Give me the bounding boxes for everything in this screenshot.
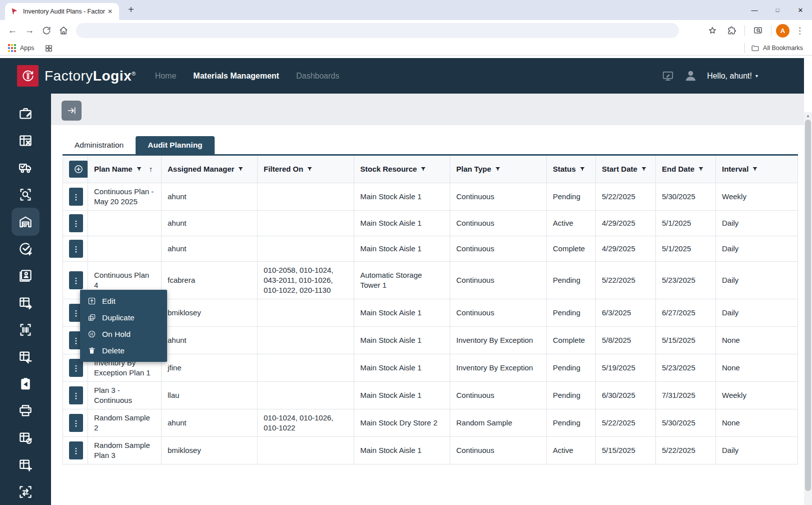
forward-icon[interactable]: → bbox=[21, 25, 38, 36]
sidebar-item-table-remove[interactable] bbox=[12, 127, 40, 154]
all-bookmarks[interactable]: All Bookmarks bbox=[742, 43, 803, 53]
cell-stock-resource: Main Stock Aisle 1 bbox=[354, 382, 450, 409]
column-header-status[interactable]: Status bbox=[547, 155, 596, 183]
column-label: Assigned Manager bbox=[168, 165, 234, 173]
bookmark-grid-icon[interactable] bbox=[45, 44, 53, 53]
sidebar-item-print[interactable] bbox=[12, 397, 40, 424]
cell-plan-name: Random Sample Plan 3 bbox=[88, 437, 162, 464]
bookmarks-bar: Apps All Bookmarks bbox=[0, 41, 812, 56]
nav-dashboards[interactable]: Dashboards bbox=[296, 72, 339, 81]
column-header-assigned-manager[interactable]: Assigned Manager bbox=[162, 155, 258, 183]
column-label: Plan Type bbox=[456, 165, 491, 173]
sidebar-item-clipboard-return[interactable] bbox=[12, 370, 40, 397]
sidebar-item-table-add[interactable] bbox=[12, 451, 40, 478]
row-menu-button[interactable]: ⋮ bbox=[69, 271, 83, 289]
row-menu-button[interactable]: ⋮ bbox=[69, 214, 83, 232]
window-maximize-icon[interactable]: □ bbox=[766, 7, 789, 13]
collapse-panel-button[interactable] bbox=[62, 101, 82, 121]
column-header-plan-name[interactable]: Plan Name↑ bbox=[88, 155, 162, 183]
cell-stock-resource: Main Stock Aisle 1 bbox=[354, 437, 450, 464]
sidebar-item-barcode-scan[interactable] bbox=[12, 316, 40, 343]
sidebar-item-inspect[interactable] bbox=[12, 181, 40, 208]
context-menu-item-on-hold[interactable]: On Hold bbox=[80, 326, 167, 342]
home-icon[interactable] bbox=[55, 26, 72, 36]
table-row: ⋮ahuntMain Stock Aisle 1ContinuousActive… bbox=[63, 211, 798, 236]
window-minimize-icon[interactable]: — bbox=[743, 7, 766, 14]
tab-close-icon[interactable]: ✕ bbox=[105, 7, 115, 16]
sidebar-item-job-edit[interactable] bbox=[12, 100, 40, 127]
row-menu-button[interactable]: ⋮ bbox=[69, 441, 83, 459]
column-header-end-date[interactable]: End Date bbox=[656, 155, 716, 183]
nav-materials-management[interactable]: Materials Management bbox=[193, 72, 279, 81]
user-greeting[interactable]: Hello, ahunt! ▾ bbox=[707, 72, 758, 81]
cell-end-date: 5/23/2025 bbox=[656, 262, 716, 299]
page-tabs: AdministrationAudit Planning bbox=[51, 125, 804, 154]
cell-assigned-manager: bmiklosey bbox=[162, 299, 258, 327]
filter-funnel-icon[interactable] bbox=[752, 165, 758, 174]
sort-ascending-icon[interactable]: ↑ bbox=[149, 165, 153, 173]
sidebar-item-badge[interactable] bbox=[12, 262, 40, 289]
sidebar-item-transfer[interactable] bbox=[12, 478, 40, 505]
search-tabs-icon[interactable] bbox=[749, 26, 766, 36]
column-header-start-date[interactable]: Start Date bbox=[596, 155, 656, 183]
sidebar-item-audit-add[interactable] bbox=[12, 235, 40, 262]
new-tab-button[interactable]: + bbox=[124, 4, 138, 16]
column-header-plan-type[interactable]: Plan Type bbox=[450, 155, 547, 183]
filter-funnel-icon[interactable] bbox=[641, 165, 647, 174]
column-header-filtered-on[interactable]: Filtered On bbox=[258, 155, 354, 183]
filter-funnel-icon[interactable] bbox=[698, 165, 704, 174]
sidebar-item-table-export[interactable] bbox=[12, 289, 40, 316]
cell-end-date: 5/1/2025 bbox=[656, 236, 716, 262]
cell-stock-resource: Main Stock Dry Store 2 bbox=[354, 409, 450, 437]
cell-plan-type: Random Sample bbox=[450, 409, 547, 437]
factorylogix-logo-icon[interactable] bbox=[17, 65, 39, 87]
reload-icon[interactable] bbox=[38, 26, 55, 36]
back-icon[interactable]: ← bbox=[4, 25, 21, 36]
row-menu-button[interactable]: ⋮ bbox=[69, 240, 83, 258]
filter-funnel-icon[interactable] bbox=[579, 165, 585, 174]
scrollbar-thumb[interactable] bbox=[805, 120, 811, 491]
row-menu-button[interactable]: ⋮ bbox=[69, 414, 83, 432]
address-bar[interactable] bbox=[76, 23, 679, 38]
filter-funnel-icon[interactable] bbox=[136, 165, 142, 174]
filter-funnel-icon[interactable] bbox=[420, 165, 426, 174]
context-menu-item-delete[interactable]: Delete bbox=[80, 342, 167, 359]
cell-filtered-on bbox=[258, 183, 354, 211]
column-header-stock-resource[interactable]: Stock Resource bbox=[354, 155, 450, 183]
user-profile-icon[interactable] bbox=[683, 69, 698, 83]
apps-label[interactable]: Apps bbox=[20, 45, 35, 52]
tab-administration[interactable]: Administration bbox=[63, 136, 136, 154]
browser-menu-icon[interactable]: ⋮ bbox=[791, 26, 808, 36]
bookmark-star-icon[interactable] bbox=[704, 26, 721, 36]
tab-audit-planning[interactable]: Audit Planning bbox=[136, 136, 214, 154]
column-header-interval[interactable]: Interval bbox=[716, 155, 798, 183]
sidebar-item-table-import[interactable] bbox=[12, 343, 40, 370]
profile-avatar[interactable]: A bbox=[776, 24, 789, 38]
context-menu-label: Duplicate bbox=[102, 313, 135, 322]
header-right: Hello, ahunt! ▾ bbox=[661, 69, 804, 83]
scroll-up-icon[interactable]: ▲ bbox=[804, 112, 812, 119]
row-menu-button[interactable]: ⋮ bbox=[69, 386, 83, 404]
nav-home[interactable]: Home bbox=[155, 72, 177, 81]
row-menu-button[interactable]: ⋮ bbox=[69, 188, 83, 206]
table-row: ⋮Plan 3 - ContinuousllauMain Stock Aisle… bbox=[63, 382, 798, 409]
add-plan-button[interactable] bbox=[69, 161, 88, 178]
filter-funnel-icon[interactable] bbox=[495, 165, 501, 174]
apps-grid-icon[interactable] bbox=[8, 44, 16, 52]
browser-tab[interactable]: Inventory Audit Plans - FactoryL ✕ bbox=[5, 3, 119, 20]
table-row: ⋮Continuous Plan 4fcabrera010-2058, 010-… bbox=[63, 262, 798, 299]
page-scrollbar[interactable]: ▲ ▼ bbox=[804, 112, 812, 505]
context-menu-item-duplicate[interactable]: Duplicate bbox=[80, 309, 167, 326]
filter-funnel-icon[interactable] bbox=[238, 165, 244, 174]
workstation-monitor-icon[interactable] bbox=[661, 70, 674, 83]
sidebar-item-warehouse[interactable] bbox=[12, 208, 40, 236]
extensions-puzzle-icon[interactable] bbox=[723, 26, 740, 36]
filter-funnel-icon[interactable] bbox=[307, 165, 313, 174]
sidebar-item-table-refresh[interactable] bbox=[12, 424, 40, 451]
cell-interval: Daily bbox=[716, 236, 798, 262]
sidebar-item-shipping[interactable] bbox=[12, 154, 40, 181]
printer-icon bbox=[18, 403, 33, 418]
context-menu-item-edit[interactable]: Edit bbox=[80, 293, 167, 309]
cell-filtered-on bbox=[258, 236, 354, 262]
window-close-icon[interactable]: ✕ bbox=[789, 7, 812, 14]
